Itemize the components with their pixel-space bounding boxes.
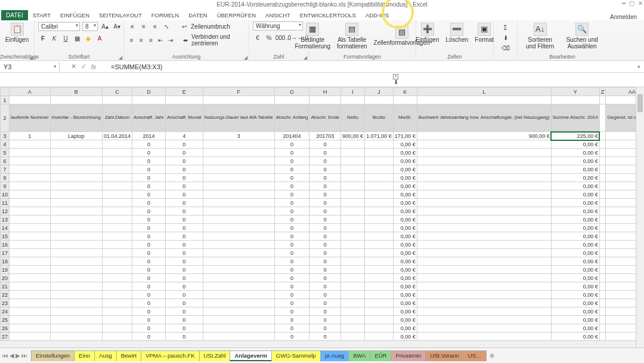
cell[interactable]: 0 (165, 307, 203, 316)
cell[interactable]: 0 (274, 232, 309, 241)
cell[interactable] (341, 157, 365, 165)
cell[interactable] (10, 216, 51, 224)
cell[interactable] (102, 216, 132, 224)
cell[interactable]: 0 (274, 241, 309, 249)
expand-formula-icon[interactable]: ▾ (633, 64, 644, 70)
cell[interactable] (365, 324, 394, 333)
cell[interactable]: 0 (132, 282, 165, 291)
cell[interactable] (417, 149, 551, 157)
cell[interactable]: 0,00 € (393, 149, 417, 157)
tab-nav-prev-icon[interactable]: ◀ (10, 352, 14, 359)
cell[interactable] (341, 333, 365, 341)
cell[interactable]: 0 (309, 224, 341, 232)
cell[interactable]: 0 (274, 307, 309, 316)
cell[interactable]: 0 (309, 190, 341, 199)
cell[interactable]: 0,00 € (393, 299, 417, 307)
cell[interactable] (203, 190, 274, 199)
cell[interactable] (341, 190, 365, 199)
maximize-icon[interactable]: ▢ (629, 0, 634, 7)
cell[interactable] (599, 174, 606, 182)
cell[interactable] (341, 299, 365, 307)
cell[interactable] (102, 174, 132, 182)
cell[interactable]: 0 (309, 249, 341, 257)
table-header-cell[interactable] (599, 104, 606, 132)
cell[interactable]: 0 (274, 249, 309, 257)
cell[interactable]: 0 (132, 291, 165, 299)
cell[interactable]: 0 (165, 291, 203, 299)
cell[interactable]: 0,00 € (551, 274, 599, 282)
column-group-toggle[interactable]: + ⬇ (393, 73, 398, 85)
cell[interactable] (10, 241, 51, 249)
row-header[interactable]: 10 (1, 190, 10, 199)
cell[interactable]: 0,00 € (393, 249, 417, 257)
cell[interactable] (102, 291, 132, 299)
font-size-select[interactable]: 8 (82, 22, 98, 31)
row-header[interactable]: 9 (1, 182, 10, 190)
row-header[interactable]: 1 (1, 96, 10, 104)
cell[interactable] (365, 149, 394, 157)
align-top-icon[interactable]: ≡ (128, 21, 137, 31)
sheet-tab[interactable]: Einstellungen (31, 350, 75, 361)
cell[interactable] (203, 96, 274, 104)
cell[interactable] (203, 333, 274, 341)
cell[interactable]: 0,00 € (551, 157, 599, 165)
sheet-tab[interactable]: USt.Zahl (199, 350, 231, 361)
cell[interactable]: 0 (165, 140, 203, 149)
cell[interactable] (203, 182, 274, 190)
cell[interactable]: 0,00 € (393, 333, 417, 341)
cell[interactable]: 0 (309, 274, 341, 282)
cell[interactable] (102, 307, 132, 316)
row-header[interactable]: 15 (1, 232, 10, 241)
insert-cells-button[interactable]: ➕Einfügen (413, 21, 441, 45)
cell[interactable] (102, 140, 132, 149)
cell[interactable]: 0 (132, 333, 165, 341)
row-header[interactable]: 25 (1, 316, 10, 324)
cell[interactable] (132, 96, 165, 104)
cell[interactable]: 0 (274, 266, 309, 274)
cell[interactable] (365, 199, 394, 207)
row-header[interactable]: 17 (1, 249, 10, 257)
sheet-tab[interactable]: VPMA – pausch.FK (141, 350, 199, 361)
row-header[interactable]: 18 (1, 257, 10, 266)
cell[interactable] (50, 199, 102, 207)
cell[interactable] (365, 174, 394, 182)
cell[interactable] (203, 207, 274, 216)
cell[interactable]: 0,00 € (551, 257, 599, 266)
cell[interactable] (309, 96, 341, 104)
cell[interactable] (10, 333, 51, 341)
cell[interactable] (599, 96, 606, 104)
cell[interactable]: 0,00 € (393, 207, 417, 216)
cell[interactable] (102, 249, 132, 257)
cell[interactable]: 0,00 € (393, 282, 417, 291)
column-header[interactable]: I (341, 88, 365, 96)
cell[interactable]: 01.04.2014 (102, 132, 132, 140)
cell[interactable] (203, 216, 274, 224)
cell[interactable] (599, 299, 606, 307)
cell[interactable]: 0 (274, 174, 309, 182)
format-cells-button[interactable]: ▣Format (472, 21, 496, 45)
sheet-tab[interactable]: GWG-Sammelp (271, 350, 321, 361)
cell[interactable]: 0,00 € (393, 307, 417, 316)
cell[interactable] (102, 165, 132, 174)
cell[interactable]: 0,00 € (551, 324, 599, 333)
cell[interactable]: 0 (132, 182, 165, 190)
cell[interactable] (203, 316, 274, 324)
worksheet-grid[interactable]: ABCDEFGHIJKLYZAAABACADAEAFAG12014122lauf… (0, 87, 644, 347)
cell[interactable] (10, 140, 51, 149)
cell[interactable]: 0,00 € (551, 190, 599, 199)
cell[interactable]: 0 (274, 182, 309, 190)
sheet-tab[interactable]: BWA (348, 350, 370, 361)
cell[interactable] (50, 324, 102, 333)
cell[interactable]: 0 (309, 324, 341, 333)
sign-in-link[interactable]: Anmelden (610, 14, 637, 20)
cell[interactable] (102, 333, 132, 341)
cell[interactable]: 0,00 € (551, 266, 599, 274)
cell[interactable]: 0 (274, 257, 309, 266)
column-header[interactable]: D (132, 88, 165, 96)
cell[interactable]: 0 (132, 157, 165, 165)
cell[interactable] (417, 96, 551, 104)
cell[interactable]: 0 (274, 291, 309, 299)
cell[interactable] (599, 333, 606, 341)
cell[interactable] (341, 274, 365, 282)
sheet-tab[interactable]: US… (463, 350, 487, 361)
